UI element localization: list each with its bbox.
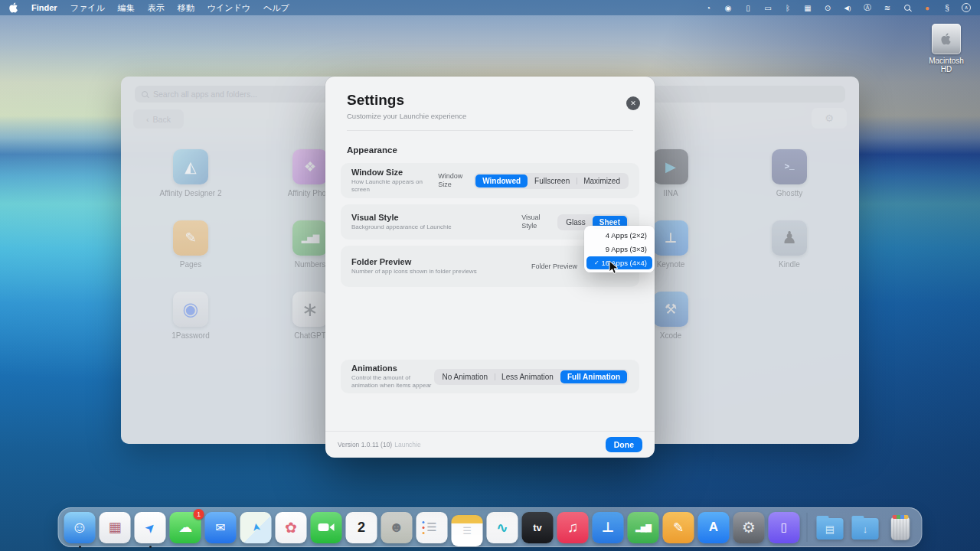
dropdown-option-label: 4 Apps (2×2) xyxy=(606,230,647,240)
dock: ☺▦➤☁1✉➤✿2☻☰☰∿tv♫⊥▂▅▇✎A⚙▯▤↓ xyxy=(58,507,923,547)
numbers-icon: ▂▅▇ xyxy=(635,523,651,532)
row-title: Animations xyxy=(351,364,434,373)
version-text: Version 1.0.11 (10)Launchie xyxy=(338,441,421,448)
input-source-icon[interactable]: Ⓐ xyxy=(862,2,873,13)
done-button[interactable]: Done xyxy=(606,437,642,452)
dock-calendar[interactable]: 2 xyxy=(346,512,377,543)
dock-folder-documents[interactable]: ▤ xyxy=(815,512,846,543)
control-label: Visual Style xyxy=(521,214,550,230)
safari-icon: ➤ xyxy=(142,519,159,536)
row-description: Number of app icons shown in folder prev… xyxy=(351,268,477,276)
section-appearance: Appearance xyxy=(347,145,633,155)
folder-downloads-icon: ↓ xyxy=(863,523,868,535)
dock-facetime[interactable] xyxy=(311,512,342,543)
row-title: Folder Preview xyxy=(351,257,477,266)
user-switch-icon[interactable]: § xyxy=(942,2,952,13)
iphone-mirroring-icon: ▯ xyxy=(781,520,787,534)
running-indicator-dot xyxy=(149,546,152,548)
rows-spacer xyxy=(341,293,639,354)
bluetooth-icon[interactable]: ᛒ xyxy=(782,2,793,13)
dock-freeform[interactable]: ∿ xyxy=(487,512,518,543)
dock-reminders[interactable]: ☰ xyxy=(416,512,448,543)
wifi-icon[interactable]: ≋ xyxy=(882,2,893,13)
menubar-item-1[interactable]: 編集 xyxy=(118,2,135,14)
dock-numbers[interactable]: ▂▅▇ xyxy=(628,512,659,543)
segment-no-animation[interactable]: No Animation xyxy=(436,370,495,383)
dock-maps[interactable]: ➤ xyxy=(240,512,272,543)
spotlight-icon[interactable] xyxy=(902,2,913,13)
check-icon: ✓ xyxy=(594,258,599,268)
dock-launchpad[interactable]: ▦ xyxy=(100,512,131,543)
menubar-item-3[interactable]: 移動 xyxy=(178,2,194,14)
display-icon[interactable]: ▭ xyxy=(763,2,773,13)
status-dot-icon[interactable]: ● xyxy=(922,2,933,13)
volume-icon[interactable]: ◀) xyxy=(842,2,853,13)
pages-icon: ✎ xyxy=(673,520,684,536)
dock-photos[interactable]: ✿ xyxy=(276,512,307,543)
menubar-item-5[interactable]: ヘルプ xyxy=(263,2,289,14)
control-label: Window Size xyxy=(438,172,467,189)
hard-drive-icon xyxy=(932,24,961,54)
dock-mail[interactable]: ✉ xyxy=(205,512,237,543)
messages-icon: ☁ xyxy=(178,519,192,536)
dock-tv[interactable]: tv xyxy=(522,512,554,543)
alert-circle-icon[interactable]: ⊙ xyxy=(822,2,833,13)
launchpad-icon: ▦ xyxy=(108,519,121,536)
timer-icon[interactable]: ◔ xyxy=(703,2,714,13)
mouse-cursor xyxy=(609,260,619,278)
version-number: Version 1.0.11 (10) xyxy=(338,441,392,448)
system-settings-icon: ⚙ xyxy=(742,518,756,536)
menubar-app-name[interactable]: Finder xyxy=(31,3,57,12)
segment-full-animation[interactable]: Full Animation xyxy=(560,370,627,383)
desktop-volume-macintosh-hd[interactable]: Macintosh HD xyxy=(923,24,969,73)
apple-menu-icon[interactable] xyxy=(9,2,18,13)
header-divider xyxy=(347,130,633,131)
menubar-item-0[interactable]: ファイル xyxy=(70,2,105,14)
folder-preview-dropdown: 4 Apps (2×2)9 Apps (3×3)✓16 Apps (4×4) xyxy=(584,226,655,272)
close-button[interactable]: ✕ xyxy=(626,96,640,110)
settings-subtitle: Customize your Launchie experience xyxy=(347,112,633,120)
segment-maximized[interactable]: Maximized xyxy=(577,174,627,187)
dock-messages[interactable]: ☁1 xyxy=(170,512,201,543)
creative-cloud-icon[interactable]: ◉ xyxy=(723,2,733,13)
dock-music[interactable]: ♫ xyxy=(557,512,589,543)
phone-link-icon[interactable]: ▯ xyxy=(743,2,753,13)
dock-finder[interactable]: ☺ xyxy=(64,512,96,543)
row-window-size: Window Size How Launchie appears on scre… xyxy=(341,163,639,198)
keynote-icon: ⊥ xyxy=(602,519,614,536)
dropdown-option-label: 9 Apps (3×3) xyxy=(606,244,647,254)
dropdown-option-9-apps-3-3[interactable]: 9 Apps (3×3) xyxy=(586,243,652,256)
dock-notes[interactable]: ☰ xyxy=(452,515,483,546)
dock-trash[interactable] xyxy=(885,512,916,543)
running-indicator-dot xyxy=(79,546,81,548)
segment-less-animation[interactable]: Less Animation xyxy=(495,370,560,383)
keyboard-grid-icon[interactable]: ▦ xyxy=(802,2,813,13)
row-description: Control the amount of animation when ite… xyxy=(351,374,434,390)
segment-fullscreen[interactable]: Fullscreen xyxy=(528,174,577,187)
contacts-icon: ☻ xyxy=(389,519,404,536)
row-animations: Animations Control the amount of animati… xyxy=(341,360,639,393)
dock-safari[interactable]: ➤ xyxy=(135,512,166,543)
dock-folder-downloads[interactable]: ↓ xyxy=(850,512,881,543)
close-icon: ✕ xyxy=(630,99,636,107)
dock-system-settings[interactable]: ⚙ xyxy=(733,512,765,543)
footer-app-name: Launchie xyxy=(394,441,421,448)
dock-app-store[interactable]: A xyxy=(698,512,730,543)
settings-title: Settings xyxy=(347,92,633,109)
row-title: Window Size xyxy=(351,168,438,177)
photos-icon: ✿ xyxy=(285,519,297,536)
menubar-item-2[interactable]: 表示 xyxy=(148,2,165,14)
dock-pages[interactable]: ✎ xyxy=(663,512,694,543)
settings-dialog: Settings Customize your Launchie experie… xyxy=(325,77,655,458)
calendar-icon: 2 xyxy=(358,520,365,536)
animations-segmented-control: No AnimationLess AnimationFull Animation xyxy=(434,369,629,385)
dock-contacts[interactable]: ☻ xyxy=(381,512,413,543)
dock-keynote[interactable]: ⊥ xyxy=(593,512,624,543)
control-center-icon[interactable]: ∧ xyxy=(962,3,971,12)
segment-windowed[interactable]: Windowed xyxy=(475,174,528,187)
menubar-item-4[interactable]: ウインドウ xyxy=(207,2,250,14)
menu-bar: Finder ファイル編集表示移動ウインドウヘルプ ◔◉▯▭ᛒ▦⊙◀)Ⓐ≋●§∧ xyxy=(0,0,980,15)
dock-iphone-mirroring[interactable]: ▯ xyxy=(769,512,800,543)
dropdown-option-4-apps-2-2[interactable]: 4 Apps (2×2) xyxy=(586,229,652,242)
dropdown-option-16-apps-4-4[interactable]: ✓16 Apps (4×4) xyxy=(586,256,652,269)
